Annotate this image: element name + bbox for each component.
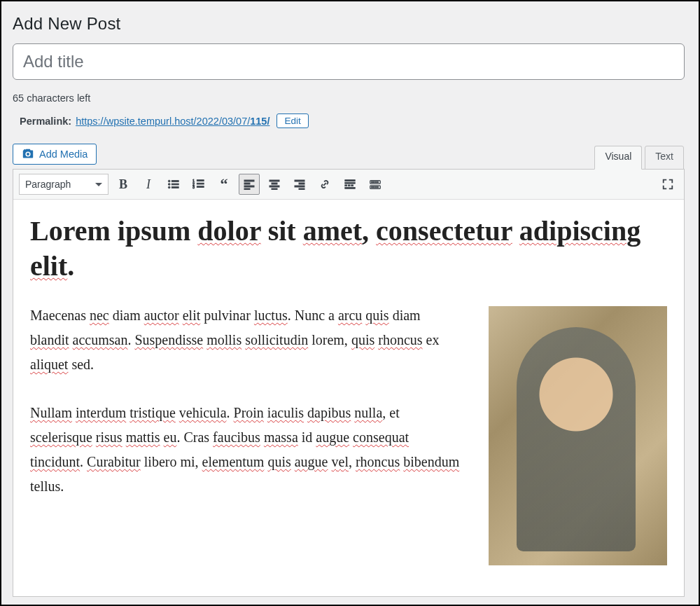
svg-rect-13 bbox=[244, 180, 254, 181]
svg-rect-25 bbox=[345, 180, 355, 181]
svg-rect-18 bbox=[272, 183, 277, 184]
post-body-text[interactable]: Maecenas nec diam auctor elit pulvinar l… bbox=[30, 303, 461, 565]
svg-rect-34 bbox=[375, 181, 377, 183]
svg-rect-24 bbox=[299, 188, 304, 190]
svg-rect-33 bbox=[373, 181, 374, 183]
svg-point-3 bbox=[168, 184, 170, 186]
svg-rect-19 bbox=[270, 186, 279, 187]
permalink-edit-button[interactable]: Edit bbox=[276, 113, 308, 128]
svg-rect-35 bbox=[377, 181, 379, 183]
post-title-input[interactable] bbox=[13, 43, 685, 80]
align-center-icon bbox=[269, 179, 280, 190]
permalink-row: Permalink: https://wpsite.tempurl.host/2… bbox=[20, 113, 685, 128]
char-counter: 65 characters left bbox=[13, 92, 685, 104]
blockquote-button[interactable]: “ bbox=[214, 174, 234, 195]
chevron-down-icon bbox=[95, 183, 102, 186]
svg-rect-6 bbox=[172, 187, 178, 188]
post-heading[interactable]: Lorem ipsum dolor sit amet, consectetur … bbox=[30, 214, 667, 284]
tab-text[interactable]: Text bbox=[645, 146, 684, 170]
paragraph-1[interactable]: Maecenas nec diam auctor elit pulvinar l… bbox=[30, 303, 461, 377]
readmore-icon bbox=[344, 178, 356, 191]
readmore-button[interactable] bbox=[340, 174, 360, 195]
svg-rect-39 bbox=[375, 186, 377, 188]
svg-rect-17 bbox=[270, 180, 279, 181]
fullscreen-button[interactable] bbox=[657, 174, 678, 195]
italic-button[interactable]: I bbox=[138, 174, 159, 195]
toolbar-toggle-button[interactable] bbox=[365, 174, 386, 195]
link-button[interactable] bbox=[314, 174, 335, 195]
svg-rect-38 bbox=[373, 186, 374, 188]
svg-rect-8 bbox=[197, 180, 204, 181]
list-ol-icon: 123 bbox=[192, 178, 205, 191]
tab-visual[interactable]: Visual bbox=[594, 146, 642, 170]
svg-rect-27 bbox=[345, 185, 347, 186]
svg-rect-26 bbox=[345, 182, 355, 184]
svg-rect-10 bbox=[197, 183, 204, 184]
svg-rect-4 bbox=[172, 184, 178, 185]
svg-rect-37 bbox=[372, 186, 373, 188]
svg-rect-16 bbox=[244, 188, 250, 190]
image-placeholder bbox=[489, 306, 667, 565]
permalink-url: https://wpsite.tempurl.host/2022/03/07/ bbox=[76, 116, 250, 127]
align-right-button[interactable] bbox=[289, 174, 310, 195]
editor-tabs: Visual Text bbox=[13, 145, 685, 169]
align-center-button[interactable] bbox=[264, 174, 285, 195]
link-icon bbox=[318, 178, 331, 191]
editor-wrap: Paragraph B I 123 “ bbox=[13, 169, 685, 597]
svg-rect-29 bbox=[351, 185, 354, 186]
svg-rect-32 bbox=[372, 181, 373, 183]
align-left-button[interactable] bbox=[239, 174, 260, 195]
permalink-slug: 115/ bbox=[250, 116, 270, 127]
svg-rect-21 bbox=[295, 180, 304, 181]
page-title: Add New Post bbox=[13, 14, 685, 34]
svg-rect-23 bbox=[295, 186, 304, 187]
svg-rect-28 bbox=[348, 185, 350, 186]
align-left-icon bbox=[244, 179, 255, 190]
svg-rect-22 bbox=[299, 183, 304, 184]
paragraph-2[interactable]: Nullam interdum tristique vehicula. Proi… bbox=[30, 401, 461, 499]
align-right-icon bbox=[294, 179, 305, 190]
editor-content[interactable]: Lorem ipsum dolor sit amet, consectetur … bbox=[13, 200, 684, 596]
svg-rect-20 bbox=[272, 188, 277, 190]
svg-point-1 bbox=[168, 180, 170, 182]
svg-point-5 bbox=[168, 186, 170, 188]
list-ul-icon bbox=[167, 178, 180, 191]
svg-rect-30 bbox=[345, 188, 355, 189]
ul-button[interactable] bbox=[163, 174, 184, 195]
svg-rect-12 bbox=[197, 186, 204, 188]
svg-rect-14 bbox=[244, 183, 250, 184]
svg-rect-40 bbox=[377, 186, 379, 188]
format-select[interactable]: Paragraph bbox=[19, 174, 108, 195]
ol-button[interactable]: 123 bbox=[188, 174, 209, 195]
bold-button[interactable]: B bbox=[113, 174, 134, 195]
fullscreen-icon bbox=[662, 178, 674, 191]
post-image[interactable] bbox=[489, 303, 667, 565]
format-select-value: Paragraph bbox=[25, 179, 71, 190]
svg-text:3: 3 bbox=[192, 185, 195, 189]
toolbar-toggle-icon bbox=[369, 178, 382, 191]
editor-toolbar: Paragraph B I 123 “ bbox=[13, 170, 684, 200]
svg-rect-2 bbox=[172, 181, 178, 182]
svg-rect-15 bbox=[244, 186, 254, 187]
permalink-link[interactable]: https://wpsite.tempurl.host/2022/03/07/1… bbox=[76, 116, 270, 127]
permalink-label: Permalink: bbox=[20, 116, 71, 127]
